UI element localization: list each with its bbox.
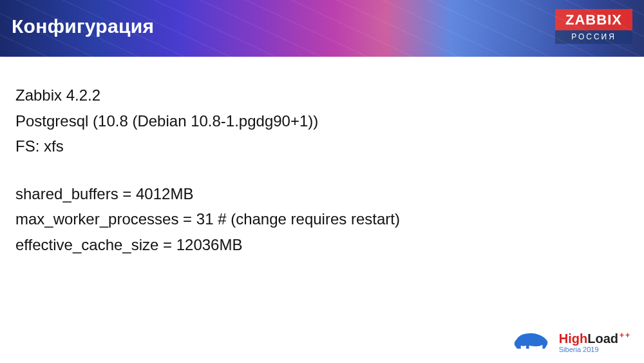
highload-load: Load <box>587 331 618 346</box>
env-block: Zabbix 4.2.2 Postgresql (10.8 (Debian 10… <box>15 83 629 159</box>
slide-footer: HighLoad++ Siberia 2019 <box>513 327 630 354</box>
highload-plus: ++ <box>620 331 631 340</box>
bear-icon <box>513 327 550 354</box>
zabbix-logo-main: ZABBIX <box>555 9 632 30</box>
highload-main: HighLoad++ <box>559 332 630 346</box>
params-block: shared_buffers = 4012MB max_worker_proce… <box>15 181 629 258</box>
config-line: Postgresql (10.8 (Debian 10.8-1.pgdg90+1… <box>15 108 629 134</box>
slide-header: Конфигурация ZABBIX РОССИЯ <box>0 0 644 57</box>
zabbix-logo-sub: РОССИЯ <box>555 30 632 44</box>
highload-high: High <box>559 331 587 346</box>
config-line: max_worker_processes = 31 # (change requ… <box>15 206 629 232</box>
highload-sub: Siberia 2019 <box>559 346 630 354</box>
zabbix-logo: ZABBIX РОССИЯ <box>555 9 632 44</box>
config-line: shared_buffers = 4012MB <box>15 181 629 207</box>
config-line: Zabbix 4.2.2 <box>15 83 629 108</box>
slide-title: Конфигурация <box>12 15 154 37</box>
config-line: FS: xfs <box>15 133 629 159</box>
slide-content: Zabbix 4.2.2 Postgresql (10.8 (Debian 10… <box>0 57 644 258</box>
highload-logo: HighLoad++ Siberia 2019 <box>559 332 630 354</box>
config-line: effective_cache_size = 12036MB <box>15 232 629 258</box>
